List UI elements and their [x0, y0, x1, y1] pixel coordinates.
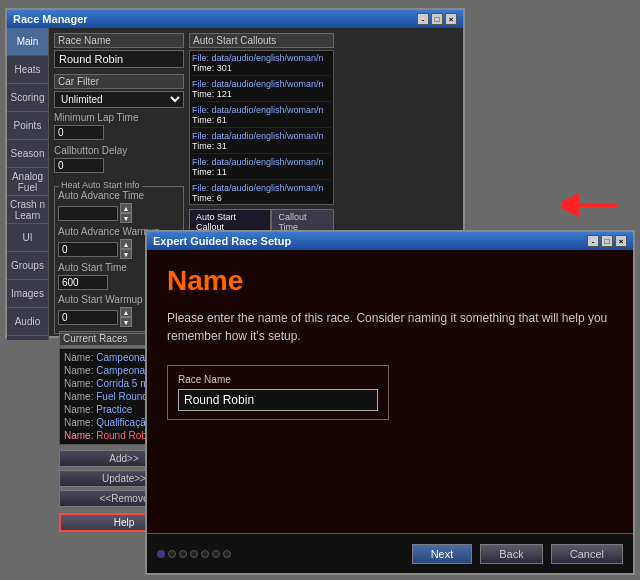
dialog-close-button[interactable]: ×: [615, 235, 627, 247]
callout-item-2: File: data/audio/english/woman/n Time: 6…: [192, 105, 331, 128]
race-manager-titlebar: Race Manager - □ ×: [7, 10, 463, 28]
callbutton-delay-input[interactable]: [54, 158, 104, 173]
minimize-button[interactable]: -: [417, 13, 429, 25]
dialog-window: Expert Guided Race Setup - □ × Name Plea…: [145, 230, 635, 575]
dot-7: [223, 550, 231, 558]
sidebar-item-ui[interactable]: UI: [7, 224, 48, 252]
sidebar-item-main[interactable]: Main: [7, 28, 48, 56]
race-name-label: Race Name: [54, 33, 184, 48]
sidebar-item-scoring[interactable]: Scoring: [7, 84, 48, 112]
dialog-description: Please enter the name of this race. Cons…: [167, 309, 613, 345]
callbutton-delay-label: Callbutton Delay: [54, 145, 184, 156]
maximize-button[interactable]: □: [431, 13, 443, 25]
callout-item-1: File: data/audio/english/woman/n Time: 1…: [192, 79, 331, 102]
race-manager-title: Race Manager: [13, 13, 88, 25]
sidebar-item-heats[interactable]: Heats: [7, 56, 48, 84]
dialog-footer: Next Back Cancel: [147, 533, 633, 573]
callout-list[interactable]: File: data/audio/english/woman/n Time: 3…: [189, 50, 334, 205]
dot-3: [179, 550, 187, 558]
auto-start-warmup-down[interactable]: ▼: [120, 317, 132, 327]
dialog-body: Name Please enter the name of this race.…: [147, 250, 633, 533]
auto-start-callouts-label: Auto Start Callouts: [189, 33, 334, 48]
dialog-maximize-button[interactable]: □: [601, 235, 613, 247]
arrow-icon: [562, 190, 622, 220]
callout-item-5: File: data/audio/english/woman/n Time: 6: [192, 183, 331, 205]
auto-advance-warmup-down[interactable]: ▼: [120, 249, 132, 259]
dialog-titlebar: Expert Guided Race Setup - □ ×: [147, 232, 633, 250]
dialog-form-label: Race Name: [178, 374, 378, 385]
dialog-footer-buttons: Next Back Cancel: [412, 544, 623, 564]
sidebar: Main Heats Scoring Points Season Analog …: [7, 28, 49, 340]
dialog-window-controls: - □ ×: [587, 235, 627, 247]
back-button[interactable]: Back: [480, 544, 542, 564]
auto-advance-time-input[interactable]: [58, 206, 118, 221]
sidebar-item-season[interactable]: Season: [7, 140, 48, 168]
auto-advance-warmup-up[interactable]: ▲: [120, 239, 132, 249]
sidebar-item-audio[interactable]: Audio: [7, 308, 48, 336]
car-filter-label: Car Filter: [54, 74, 184, 89]
dot-1: [157, 550, 165, 558]
race-manager-window-controls: - □ ×: [417, 13, 457, 25]
sidebar-item-crash-learn[interactable]: Crash n Learn: [7, 196, 48, 224]
cancel-button[interactable]: Cancel: [551, 544, 623, 564]
heat-auto-start-title: Heat Auto Start Info: [59, 180, 142, 190]
dialog-name-heading: Name: [167, 265, 613, 297]
auto-advance-time-down[interactable]: ▼: [120, 213, 132, 223]
close-button[interactable]: ×: [445, 13, 457, 25]
dialog-minimize-button[interactable]: -: [587, 235, 599, 247]
next-button[interactable]: Next: [412, 544, 473, 564]
sidebar-item-groups[interactable]: Groups: [7, 252, 48, 280]
min-lap-time-label: Minimum Lap Time: [54, 112, 184, 123]
sidebar-item-analog-fuel[interactable]: Analog Fuel: [7, 168, 48, 196]
auto-start-warmup-input[interactable]: [58, 310, 118, 325]
auto-advance-time-label: Auto Advance Time: [58, 190, 180, 201]
dialog-race-name-input[interactable]: [178, 389, 378, 411]
sidebar-item-images[interactable]: Images: [7, 280, 48, 308]
dialog-title: Expert Guided Race Setup: [153, 235, 291, 247]
auto-start-warmup-up[interactable]: ▲: [120, 307, 132, 317]
dot-2: [168, 550, 176, 558]
race-name-input[interactable]: [54, 50, 184, 68]
auto-advance-time-up[interactable]: ▲: [120, 203, 132, 213]
auto-advance-time-row: ▲ ▼: [58, 203, 180, 223]
dot-5: [201, 550, 209, 558]
callout-item-0: File: data/audio/english/woman/n Time: 3…: [192, 53, 331, 76]
dot-6: [212, 550, 220, 558]
car-filter-select[interactable]: Unlimited: [54, 91, 184, 108]
progress-dots: [157, 550, 231, 558]
auto-start-time-input[interactable]: [58, 275, 108, 290]
callout-item-3: File: data/audio/english/woman/n Time: 3…: [192, 131, 331, 154]
callout-item-4: File: data/audio/english/woman/n Time: 1…: [192, 157, 331, 180]
dialog-form-group: Race Name: [167, 365, 389, 420]
arrow-annotation: [562, 190, 622, 220]
min-lap-time-input[interactable]: [54, 125, 104, 140]
sidebar-item-points[interactable]: Points: [7, 112, 48, 140]
dot-4: [190, 550, 198, 558]
auto-advance-warmup-input[interactable]: [58, 242, 118, 257]
